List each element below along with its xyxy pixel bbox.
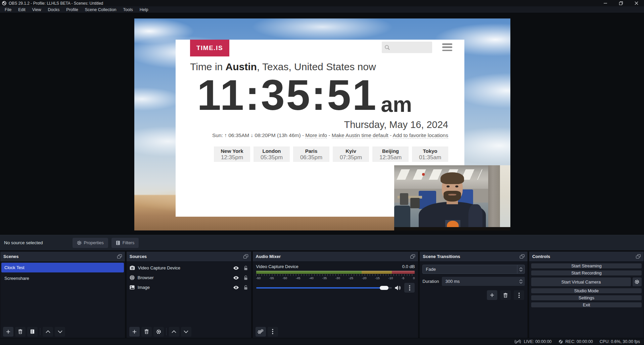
transition-select[interactable]: Fade — [422, 265, 525, 274]
gear-icon — [635, 279, 639, 284]
popout-icon[interactable] — [243, 254, 248, 259]
chevron-down-icon — [58, 330, 62, 333]
eye-icon[interactable] — [233, 266, 239, 270]
transition-selected-value: Fade — [423, 267, 517, 272]
duration-spinbox[interactable]: 300 ms — [442, 277, 525, 286]
search-icon — [384, 45, 390, 50]
menu-file[interactable]: File — [1, 6, 15, 13]
hamburger-menu-icon[interactable] — [442, 43, 452, 51]
city-tile[interactable]: Paris06:35pm — [293, 146, 329, 162]
source-toolbar: No source selected Properties Filters — [0, 235, 644, 250]
add-favorite-link[interactable]: Add to favorite locations — [393, 132, 448, 138]
city-tile[interactable]: Beijing12:35am — [372, 146, 409, 162]
menu-scene-collection[interactable]: Scene Collection — [82, 6, 120, 13]
city-tile[interactable]: New York12:35pm — [214, 146, 250, 162]
popout-icon[interactable] — [636, 254, 641, 259]
image-icon — [130, 285, 135, 290]
volume-slider[interactable] — [256, 287, 392, 289]
menu-help[interactable]: Help — [136, 6, 152, 13]
scene-filters-button[interactable] — [27, 327, 38, 337]
close-button[interactable] — [629, 0, 644, 6]
scene-item-clock-test[interactable]: Clock Test — [1, 263, 124, 272]
source-move-up-button[interactable] — [169, 327, 179, 337]
source-move-down-button[interactable] — [181, 327, 191, 337]
make-default-link[interactable]: Make Austin time default — [332, 132, 388, 138]
city-tile[interactable]: Tokyo01:35am — [412, 146, 448, 162]
virtual-camera-config-button[interactable] — [633, 277, 642, 286]
studio-mode-button[interactable]: Studio Mode — [531, 288, 642, 293]
advanced-audio-button[interactable] — [256, 327, 266, 337]
timeis-clock: 11:35:51 am — [176, 73, 464, 117]
filter-icon — [30, 329, 35, 334]
stream-inactive-icon — [514, 339, 521, 344]
remove-scene-button[interactable] — [15, 327, 26, 337]
webcam-overlay[interactable] — [394, 165, 510, 230]
volume-slider-handle[interactable] — [380, 286, 388, 290]
mixer-channel-menu-button[interactable] — [404, 283, 415, 293]
clock-digits: 11:35:51 — [197, 73, 377, 117]
sources-panel-title: Sources — [130, 254, 147, 259]
trash-icon — [503, 293, 508, 298]
scene-move-up-button[interactable] — [43, 327, 53, 337]
city-tile[interactable]: London05:35pm — [254, 146, 290, 162]
add-source-button[interactable] — [129, 327, 140, 337]
plus-icon — [6, 330, 10, 334]
add-scene-button[interactable] — [3, 327, 13, 337]
menu-bar: File Edit View Docks Profile Scene Colle… — [0, 6, 644, 13]
exit-button[interactable]: Exit — [531, 302, 642, 307]
more-info-link[interactable]: More info — [305, 132, 327, 138]
mixer-menu-button[interactable] — [268, 327, 278, 337]
clock-meridiem: am — [381, 94, 412, 117]
start-streaming-button[interactable]: Start Streaming — [531, 263, 642, 268]
lock-icon[interactable] — [244, 266, 248, 270]
lock-icon[interactable] — [244, 285, 248, 290]
menu-profile[interactable]: Profile — [63, 6, 81, 13]
source-row-video-capture[interactable]: Video Capture Device — [127, 263, 251, 273]
gears-icon — [258, 329, 264, 334]
menu-tools[interactable]: Tools — [120, 6, 136, 13]
popout-icon[interactable] — [410, 254, 415, 259]
settings-button[interactable]: Settings — [531, 295, 642, 300]
remove-source-button[interactable] — [141, 327, 152, 337]
eye-icon[interactable] — [233, 286, 239, 290]
source-row-image[interactable]: Image — [127, 283, 251, 292]
popout-icon[interactable] — [117, 254, 122, 259]
record-inactive-icon — [558, 339, 563, 344]
meter-tick-labels: -60-55-50-45-40-35-30-25-20-15-10-50 — [256, 276, 415, 280]
dots-vertical-icon — [272, 329, 273, 334]
restore-button[interactable] — [613, 0, 629, 6]
start-recording-button[interactable]: Start Recording — [531, 270, 642, 275]
sources-panel: Sources Video Capture Device Browser — [127, 252, 251, 338]
transition-menu-button[interactable] — [514, 290, 524, 300]
source-row-browser[interactable]: Browser — [127, 273, 251, 283]
duration-value: 300 ms — [442, 279, 517, 284]
start-virtual-camera-button[interactable]: Start Virtual Camera — [531, 277, 631, 286]
scene-item-screenshare[interactable]: Screenshare — [1, 273, 124, 283]
plus-icon — [490, 293, 494, 297]
meter-ruler — [256, 274, 415, 276]
scenes-panel-title: Scenes — [3, 254, 19, 259]
eye-icon[interactable] — [233, 276, 239, 280]
city-tile[interactable]: Kyiv07:35pm — [333, 146, 369, 162]
mixer-channel-name: Video Capture Device — [256, 264, 298, 269]
timeis-search-input[interactable] — [382, 42, 432, 53]
lock-icon[interactable] — [244, 275, 248, 280]
menu-docks[interactable]: Docks — [45, 6, 63, 13]
scene-transitions-panel: Scene Transitions Fade Duration 300 ms — [420, 252, 527, 338]
menu-view[interactable]: View — [29, 6, 45, 13]
remove-transition-button[interactable] — [500, 290, 511, 300]
filters-button[interactable]: Filters — [111, 238, 139, 248]
trash-icon — [18, 329, 22, 334]
source-properties-button[interactable] — [153, 327, 164, 337]
menu-edit[interactable]: Edit — [15, 6, 29, 13]
gear-icon — [77, 241, 82, 245]
add-transition-button[interactable] — [487, 290, 497, 300]
popout-icon[interactable] — [520, 254, 524, 259]
speaker-icon[interactable] — [395, 285, 401, 291]
program-video[interactable]: TIME.IS Time in Austin, Texas, United St… — [134, 18, 510, 230]
scenes-panel: Scenes Clock Test Screenshare — [0, 252, 125, 338]
properties-button[interactable]: Properties — [73, 238, 108, 248]
scene-move-down-button[interactable] — [55, 327, 65, 337]
minimize-button[interactable] — [598, 0, 613, 6]
window-title: OBS 29.1.2 - Profile: LLHLS BETA - Scene… — [9, 1, 598, 6]
